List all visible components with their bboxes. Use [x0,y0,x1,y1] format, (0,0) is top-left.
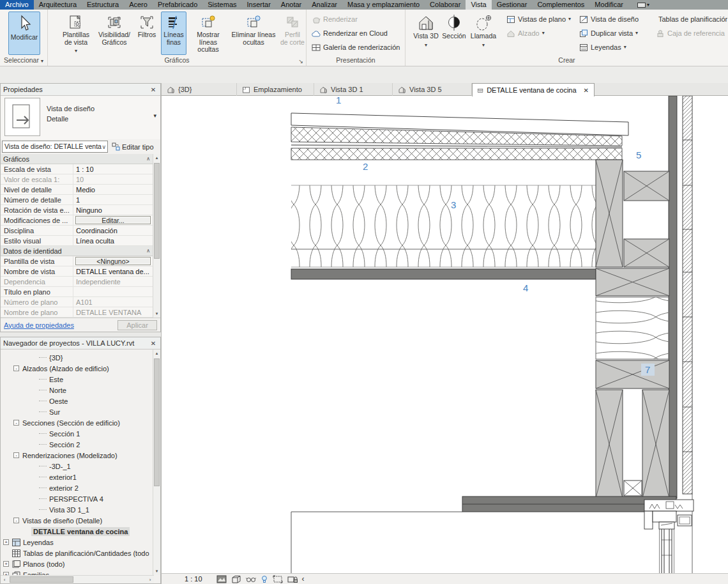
scroll-right-icon[interactable]: › [146,577,154,583]
property-row[interactable]: Título en plano [1,287,153,297]
properties-help-link[interactable]: Ayuda de propiedades [4,321,74,329]
schedules-button[interactable]: Tablas de planificación [656,13,727,25]
tree-item[interactable]: Sección 2 [39,439,80,450]
view-tab-vista-3d-5[interactable]: Vista 3D 5 [393,83,472,96]
scroll-down-icon[interactable]: ▾ [153,310,160,318]
property-row[interactable]: Plantilla de vista<Ninguno> [1,256,153,266]
property-row[interactable]: Modificaciones de ...Editar... [1,215,153,226]
close-icon[interactable]: ✕ [149,86,158,93]
view-template-button[interactable]: <Ninguno> [75,257,151,265]
edit-type-button[interactable]: Editar tipo [110,141,160,153]
edit-button[interactable]: Editar... [75,216,151,224]
panel-launcher-icon[interactable]: ↘ [298,58,303,65]
detail-annotation[interactable]: 3 [451,199,456,210]
remove-hidden-lines-button[interactable]: Eliminar líneas ocultas [230,12,277,55]
view-tab-3d[interactable]: {3D} [162,83,237,96]
tab-gestionar[interactable]: Gestionar [492,0,533,10]
property-row[interactable]: Valor de escala 1:10 [1,174,153,185]
expand-box-icon[interactable]: + [3,539,9,545]
modify-button[interactable]: Modificar [8,12,40,55]
close-view-icon[interactable]: ✕ [584,87,589,94]
group-header-graficos[interactable]: Gráficos∧ [1,154,153,164]
property-row[interactable]: Rotación de vista e...Ninguno [1,205,153,215]
view-scale[interactable]: 1 : 10 [185,575,202,583]
tree-item[interactable]: exterior 2 [39,482,79,493]
tab-insertar[interactable]: Insertar [242,0,276,10]
collapse-box-icon[interactable]: - [13,420,19,426]
sun-settings-icon[interactable] [261,575,268,583]
property-row[interactable]: Nombre de vistaDETALLE ventana de... [1,266,153,277]
apply-button[interactable]: Aplicar [118,320,157,330]
legends-button[interactable]: Leyendas▾ [579,42,626,53]
tree-item[interactable]: Sección 1 [39,428,80,439]
tree-item[interactable]: -Vistas de diseño (Detalle) [13,515,102,526]
crop-region-visibility-icon[interactable] [287,575,298,583]
tab-archivo[interactable]: Archivo [0,0,34,10]
scroll-thumb[interactable] [154,163,160,259]
scroll-thumb[interactable] [10,576,73,583]
view-3d-button[interactable]: Vista 3D▾ [412,12,440,55]
tab-sistemas[interactable]: Sistemas [202,0,241,10]
scroll-down-icon[interactable]: ▾ [153,567,160,575]
show-hidden-lines-button[interactable]: Mostrar líneas ocultas [188,12,229,55]
visual-style-icon[interactable] [246,575,256,583]
ribbon-display-toggle[interactable]: ▾ [637,1,654,8]
tree-item[interactable]: Tablas de planificación/Cantidades (todo [12,548,149,558]
property-row[interactable]: Estilo visualLínea oculta [1,236,153,246]
tab-anotar[interactable]: Anotar [276,0,307,10]
type-selector[interactable]: Vista de diseño Detalle ▾ [1,96,160,139]
callout-button[interactable]: Llamada▾ [468,12,499,55]
detail-annotation[interactable]: 1 [336,96,341,105]
tree-item-active-view[interactable]: DETALLE ventana de cocina [31,526,130,537]
tab-colaborar[interactable]: Colaborar [425,0,466,10]
tab-acero[interactable]: Acero [124,0,153,10]
property-row[interactable]: Nombre de planoDETALLE VENTANA [1,307,153,318]
tree-item[interactable]: +Leyendas [3,537,54,548]
tree-item[interactable]: Vista 3D 1_1 [39,504,89,515]
view-tab-vista-3d-1[interactable]: Vista 3D 1 [314,83,393,96]
view-tab-detalle-active[interactable]: DETALLE ventana de cocina ✕ [472,83,595,96]
drawing-canvas[interactable]: 1 2 3 4 5 7 [161,96,728,573]
panel-label-seleccionar[interactable]: Seleccionar ▾ [0,56,47,65]
group-header-identidad[interactable]: Datos de identidad∧ [1,246,153,256]
tab-arquitectura[interactable]: Arquitectura [34,0,82,10]
detail-annotation[interactable]: 2 [363,161,368,172]
visibility-graphics-button[interactable]: Visibilidad/ Gráficos [96,12,133,55]
cut-profile-button[interactable]: Perfil de corte [280,12,305,55]
detail-annotation[interactable]: 7 [645,364,650,375]
thin-lines-button[interactable]: Líneas finas [161,12,186,55]
close-icon[interactable]: ✕ [149,340,158,347]
property-row[interactable]: Nivel de detalleMedio [1,185,153,195]
properties-title-bar[interactable]: Propiedades ✕ [1,84,160,96]
tree-item[interactable]: -Renderizaciones (Modelizado) [13,450,118,461]
render-button[interactable]: Renderizar [312,13,358,25]
collapse-control-bar-icon[interactable]: ‹ [302,574,305,583]
tab-prefabricado[interactable]: Prefabricado [153,0,202,10]
property-row[interactable]: Número de detalle1 [1,195,153,205]
tree-item[interactable]: Sur [39,406,60,417]
tree-item[interactable]: Oeste [39,396,68,406]
tab-estructura[interactable]: Estructura [82,0,124,10]
tree-item[interactable]: {3D} [39,352,63,363]
tree-item[interactable]: -3D-_1 [39,461,71,472]
property-row[interactable]: DisciplinaCoordinación [1,226,153,236]
chevron-down-icon[interactable]: ▾ [153,112,156,119]
tab-analizar[interactable]: Analizar [307,0,342,10]
scroll-thumb[interactable] [154,358,160,486]
tree-item[interactable]: -Alzados (Alzado de edificio) [13,363,109,374]
tab-modificar[interactable]: Modificar [589,0,628,10]
scroll-up-icon[interactable]: ▴ [153,350,160,357]
properties-scrollbar[interactable]: ▴ ▾ [153,154,160,318]
property-row[interactable]: Escala de vista1 : 10 [1,164,153,174]
tree-item[interactable]: Este [39,374,63,385]
tree-item[interactable]: exterior1 [39,472,77,482]
tree-item[interactable]: Norte [39,385,66,396]
detail-annotation[interactable]: 4 [523,282,528,293]
collapse-box-icon[interactable]: - [13,365,19,371]
detail-level-icon[interactable] [231,575,241,583]
detail-annotation[interactable]: 5 [636,150,641,160]
scroll-left-icon[interactable]: ‹ [1,577,8,583]
duplicate-view-button[interactable]: Duplicar vista▾ [579,27,638,39]
tab-masa-emplazamiento[interactable]: Masa y emplazamiento [342,0,425,10]
tab-complementos[interactable]: Complementos [532,0,589,10]
